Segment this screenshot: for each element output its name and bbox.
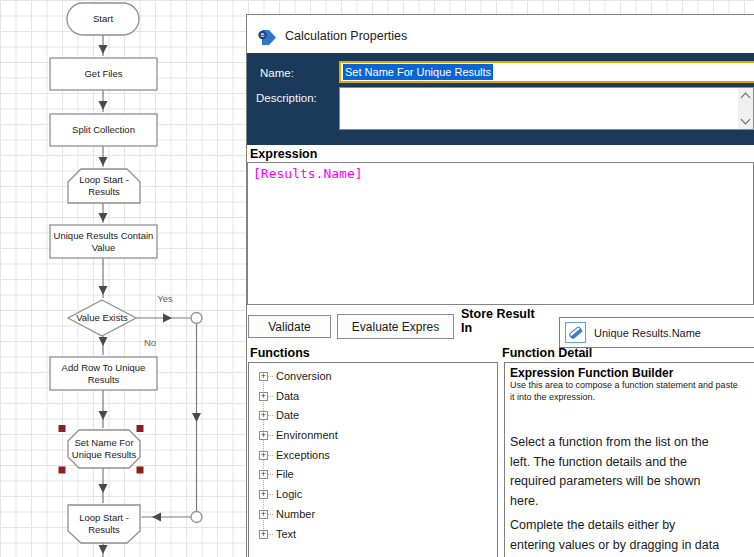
functions-label: Functions [250,346,310,360]
function-detail-label: Function Detail [502,346,592,360]
flow-node-add-row[interactable]: Add Row To Unique Results [50,357,157,390]
tree-item-environment[interactable]: + Environment [259,428,338,442]
flow-node-value-exists[interactable]: Value Exists [68,300,136,336]
store-result-in-value: Unique Results.Name [594,327,701,339]
dialog-titlebar[interactable]: B Calculation Properties [247,15,754,53]
flow-node-loop-end[interactable]: Loop Start - Results [68,505,140,543]
name-input[interactable]: Set Name For Unique Results [339,61,754,83]
tree-item-conversion[interactable]: + Conversion [259,369,332,383]
expand-plus-icon[interactable]: + [259,470,268,479]
dialog-title: Calculation Properties [285,29,407,43]
flow-node-set-name[interactable]: Set Name For Unique Results [68,430,140,468]
name-input-selected-text: Set Name For Unique Results [343,64,493,80]
expression-label: Expression [250,147,317,161]
evaluate-expression-button[interactable]: Evaluate Expres [337,314,454,339]
store-result-in-label: Store Result In [461,307,535,335]
scroll-up-icon[interactable] [741,93,751,103]
expand-plus-icon[interactable]: + [259,372,268,381]
function-detail-panel: Expression Function Builder Use this are… [504,362,754,557]
function-detail-body-2: Complete the details either by entering … [510,516,719,555]
data-item-icon [565,322,586,343]
expression-value: [Results.Name] [253,166,363,181]
tree-item-date[interactable]: + Date [259,408,299,422]
branch-label-yes: Yes [153,293,177,304]
svg-text:B: B [261,32,265,38]
scroll-down-icon[interactable] [741,115,751,125]
expand-plus-icon[interactable]: + [259,431,268,440]
expand-plus-icon[interactable]: + [259,392,268,401]
calculation-properties-dialog: B Calculation Properties Name: Set Name … [246,14,754,557]
description-input[interactable] [339,87,754,130]
flow-node-loop-start[interactable]: Loop Start - Results [68,169,140,203]
tree-item-file[interactable]: + File [259,467,294,481]
functions-tree: + Conversion + Data + Date + Environment… [248,362,498,557]
name-label: Name: [260,67,294,79]
expand-plus-icon[interactable]: + [259,530,268,539]
tree-item-logic[interactable]: + Logic [259,487,302,501]
flow-node-get-files[interactable]: Get Files [50,58,157,90]
flow-node-unique-results-contain-value[interactable]: Unique Results Contain Value [50,225,157,258]
flow-node-split-collection[interactable]: Split Collection [50,114,157,146]
function-detail-description: Use this area to compose a function stat… [510,380,738,403]
calculation-stage-icon: B [257,28,277,47]
description-scrollbar[interactable] [738,88,753,129]
tree-item-exceptions[interactable]: + Exceptions [259,448,330,462]
validate-button[interactable]: Validate [248,315,331,338]
tree-item-number[interactable]: + Number [259,507,315,521]
store-result-in-field[interactable]: Unique Results.Name [559,317,754,348]
expand-plus-icon[interactable]: + [259,411,268,420]
tree-item-data[interactable]: + Data [259,389,299,403]
tree-item-text[interactable]: + Text [259,527,296,541]
function-detail-heading: Expression Function Builder [510,366,673,380]
expand-plus-icon[interactable]: + [259,490,268,499]
function-detail-body-1: Select a function from the list on the l… [510,433,709,512]
branch-label-no: No [137,337,163,348]
flow-node-start[interactable]: Start [67,3,139,35]
description-label: Description: [256,92,317,104]
expand-plus-icon[interactable]: + [259,510,268,519]
process-studio-canvas: { "colors": { "header_navy": "#1b3a5a", … [0,0,754,557]
expand-plus-icon[interactable]: + [259,451,268,460]
expression-editor[interactable]: [Results.Name] [247,162,754,305]
